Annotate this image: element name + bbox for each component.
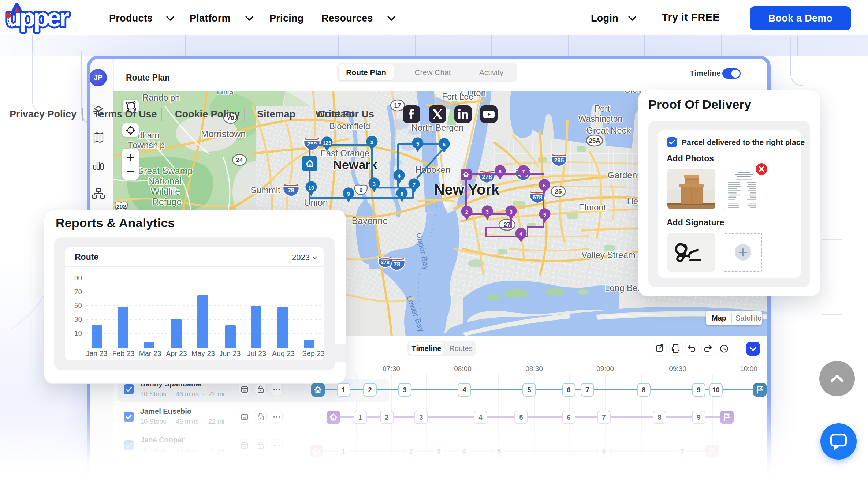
svg-text:3: 3 (373, 181, 376, 187)
svg-text:Garden: Garden (608, 170, 637, 180)
svg-text:Port: Port (595, 104, 610, 113)
svg-text:Elmont: Elmont (579, 202, 606, 212)
svg-text:2: 2 (465, 209, 468, 215)
svg-text:Great Neck: Great Neck (586, 126, 631, 135)
svg-text:278: 278 (381, 259, 390, 265)
svg-text:North Bergen: North Bergen (411, 123, 464, 132)
svg-text:3: 3 (510, 209, 513, 215)
svg-text:10: 10 (308, 185, 314, 191)
svg-text:Great Swamp: Great Swamp (137, 166, 193, 176)
svg-text:202: 202 (116, 204, 126, 210)
svg-text:8: 8 (499, 169, 502, 175)
svg-text:Bayonne: Bayonne (352, 216, 388, 226)
svg-text:2: 2 (370, 139, 373, 145)
svg-text:Morristown: Morristown (201, 129, 246, 139)
svg-text:125: 125 (323, 140, 331, 146)
svg-text:Summit: Summit (250, 185, 280, 195)
svg-text:Randolph: Randolph (142, 93, 180, 102)
svg-text:Refuge: Refuge (152, 196, 182, 207)
svg-text:25: 25 (555, 188, 562, 195)
svg-text:Newark: Newark (333, 158, 377, 172)
svg-text:Valley Stream: Valley Stream (581, 250, 636, 260)
svg-text:Hills: Hills (217, 91, 233, 96)
svg-text:National: National (148, 176, 182, 186)
svg-text:4: 4 (519, 231, 522, 237)
svg-text:6: 6 (443, 142, 446, 147)
svg-text:78: 78 (394, 261, 400, 267)
svg-text:7: 7 (522, 169, 525, 175)
svg-text:678: 678 (533, 194, 542, 201)
svg-text:8: 8 (401, 191, 403, 197)
svg-text:278: 278 (482, 173, 492, 180)
svg-text:dham: dham (137, 130, 159, 140)
svg-text:78: 78 (288, 187, 294, 194)
svg-text:5: 5 (416, 141, 419, 147)
svg-text:Bloomfield: Bloomfield (329, 121, 370, 131)
svg-text:Wildlife: Wildlife (151, 186, 180, 196)
svg-text:New York: New York (434, 181, 500, 198)
svg-text:3: 3 (486, 209, 489, 215)
svg-text:9: 9 (347, 191, 350, 197)
svg-text:25A: 25A (589, 137, 600, 144)
svg-text:9: 9 (360, 187, 363, 193)
svg-text:upper: upper (6, 3, 69, 32)
svg-text:295: 295 (554, 157, 564, 164)
svg-text:4: 4 (398, 173, 401, 179)
svg-text:17: 17 (394, 102, 401, 109)
svg-text:7: 7 (413, 182, 416, 188)
svg-text:Fort Lee: Fort Lee (442, 92, 473, 101)
svg-text:5: 5 (543, 212, 546, 218)
svg-text:Washington: Washington (578, 114, 623, 124)
svg-text:6: 6 (543, 183, 546, 188)
svg-text:Hoboken: Hoboken (415, 165, 450, 175)
svg-text:24: 24 (236, 157, 243, 164)
